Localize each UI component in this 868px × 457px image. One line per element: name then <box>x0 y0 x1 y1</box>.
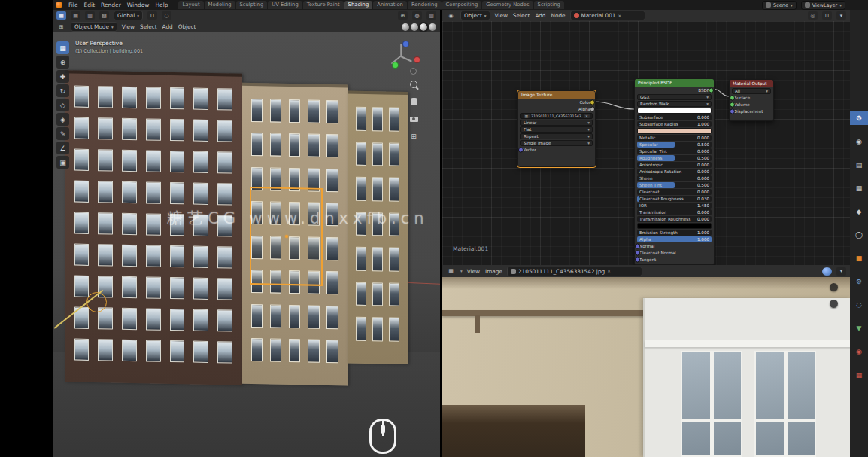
properties-tab-texture[interactable]: ▦ <box>850 368 868 382</box>
image-preview-sphere-icon[interactable] <box>822 267 832 276</box>
pb-row-anisotropic-rotation[interactable]: Anisotropic Rotation0.000 <box>637 169 712 175</box>
dropdown-random-walk[interactable]: Random Walk▾ <box>637 101 712 107</box>
image-overlay-button[interactable] <box>830 283 838 291</box>
tool-option-icon[interactable]: ▥ <box>85 11 95 20</box>
z-axis-dot[interactable] <box>402 41 409 47</box>
workspace-tab-animation[interactable]: Animation <box>373 1 407 9</box>
image-options-icon[interactable]: ▾ <box>836 267 846 276</box>
menu-file[interactable]: File <box>66 2 80 8</box>
workspace-tab-modeling[interactable]: Modeling <box>205 1 235 9</box>
principled-bsdf-node[interactable]: Principled BSDF BSDFGGX▾Random Walk▾Subs… <box>634 78 715 265</box>
workspace-tab-uv-editing[interactable]: UV Editing <box>268 1 302 9</box>
properties-tab-output[interactable]: ▤ <box>850 158 868 172</box>
pb-row-transmission[interactable]: Transmission0.000 <box>637 209 712 215</box>
pb-row-tangent[interactable]: Tangent <box>637 257 712 263</box>
viewport-menu-view[interactable]: View <box>122 23 135 30</box>
material-output-node[interactable]: Material Output All▾SurfaceVolumeDisplac… <box>729 79 774 121</box>
pb-row-sheen-tint[interactable]: Sheen Tint0.500 <box>637 182 712 188</box>
socket-displacement[interactable] <box>730 109 735 114</box>
rotate-tool[interactable]: ↻ <box>56 84 69 97</box>
ortho-toggle-icon[interactable]: ⊞ <box>408 131 419 142</box>
socket-surface[interactable] <box>730 96 735 101</box>
snap-magnet-icon[interactable]: ⊔ <box>147 11 157 20</box>
proportional-editing-icon[interactable]: ◌ <box>162 11 171 20</box>
properties-tab-scene[interactable]: ◆ <box>850 205 868 218</box>
pb-row-ior[interactable]: IOR1.450 <box>637 203 712 209</box>
pan-hand-icon[interactable] <box>408 96 419 107</box>
x-axis-dot[interactable] <box>414 56 420 63</box>
tool-option-icon[interactable]: ▧ <box>99 11 109 20</box>
properties-tab-view-layer[interactable]: ▦ <box>850 181 868 195</box>
pb-row-bsdf[interactable]: BSDF <box>637 87 712 93</box>
pb-row-alpha[interactable]: Alpha1.000 <box>637 236 712 242</box>
socket-vector[interactable] <box>518 148 524 153</box>
properties-tab-material[interactable]: ◉ <box>850 345 868 358</box>
socket-bsdf[interactable] <box>709 88 714 93</box>
socket-color[interactable] <box>590 100 595 105</box>
pb-row-subsurface-color[interactable] <box>637 128 712 134</box>
socket-normal[interactable] <box>635 244 640 249</box>
image-overlay-button[interactable] <box>830 300 838 308</box>
workspace-tab-compositing[interactable]: Compositing <box>442 1 482 9</box>
pb-row-subsurface-radius[interactable]: Subsurface Radius1.000 <box>637 121 712 127</box>
pb-row-sheen[interactable]: Sheen0.000 <box>637 175 712 181</box>
cursor-tool[interactable]: ⊕ <box>56 56 69 69</box>
y-axis-dot[interactable] <box>392 62 399 69</box>
properties-tab-render[interactable]: ◉ <box>850 135 868 148</box>
neg-z-axis-dot[interactable] <box>410 68 417 75</box>
shading-mode-solid[interactable] <box>411 23 418 31</box>
pb-row-surface[interactable]: Surface <box>732 95 771 101</box>
pb-row-specular[interactable]: Specular0.500 <box>637 142 712 148</box>
menu-window[interactable]: Window <box>125 2 152 8</box>
workspace-tab-sculpting[interactable]: Sculpting <box>236 1 268 9</box>
workspace-tab-scripting[interactable]: Scripting <box>534 1 564 9</box>
material-datablock[interactable]: Material.001 ✕ <box>570 11 645 20</box>
socket-clearcoat-normal[interactable] <box>635 251 640 256</box>
viewport-menu-add[interactable]: Add <box>162 23 173 30</box>
pb-row-alpha[interactable]: Alpha <box>520 106 593 112</box>
menu-edit[interactable]: Edit <box>82 2 98 8</box>
pin-icon[interactable]: ◎ <box>808 11 818 20</box>
socket-volume[interactable] <box>730 102 735 108</box>
image-menu-image[interactable]: Image <box>485 268 502 275</box>
image-datablock[interactable]: 2105011111_C4356331542.jpg ✕ <box>507 267 642 276</box>
dropdown-linear[interactable]: Linear▾ <box>520 120 593 126</box>
blender-logo-icon[interactable] <box>56 2 62 8</box>
add-cube-tool[interactable]: ▣ <box>56 156 69 169</box>
shader-node-canvas[interactable]: Image Texture ColorAlpha▦2105011111_C435… <box>442 21 850 265</box>
image-datablock-field[interactable]: ▦2105011111_C4356331542.jpg✕ <box>520 113 593 119</box>
pb-row-roughness[interactable]: Roughness0.500 <box>637 155 712 161</box>
pb-row-color[interactable]: Color <box>520 99 593 105</box>
viewport-menu-object[interactable]: Object <box>178 23 196 30</box>
menu-render[interactable]: Render <box>99 2 123 8</box>
properties-tab-modifiers[interactable]: ⚙ <box>850 275 868 288</box>
transform-tool[interactable]: ◈ <box>56 113 69 126</box>
pb-row-transmission-roughness[interactable]: Transmission Roughness0.000 <box>637 216 712 222</box>
close-icon[interactable]: ✕ <box>607 269 611 273</box>
active-tool-icon[interactable]: ▦ <box>56 11 66 20</box>
pb-row-clearcoat-normal[interactable]: Clearcoat Normal <box>637 250 712 256</box>
properties-tab-tool[interactable]: ⚙ <box>850 111 868 125</box>
image-texture-node[interactable]: Image Texture ColorAlpha▦2105011111_C435… <box>517 90 596 167</box>
pb-row-specular-tint[interactable]: Specular Tint0.000 <box>637 148 712 154</box>
pb-row-emission[interactable] <box>637 223 712 229</box>
shading-mode-rendered[interactable] <box>429 23 436 31</box>
workspace-tab-rendering[interactable]: Rendering <box>408 1 442 9</box>
pb-row-normal[interactable]: Normal <box>637 243 712 249</box>
properties-tab-physics[interactable]: ◌ <box>850 298 868 312</box>
gizmo-toggle-icon[interactable]: ⊕ <box>398 11 408 20</box>
pb-row-clearcoat-roughness[interactable]: Clearcoat Roughness0.030 <box>637 196 712 202</box>
zoom-icon[interactable] <box>408 79 419 90</box>
close-icon[interactable]: ✕ <box>618 14 621 18</box>
pb-row-volume[interactable]: Volume <box>732 102 771 108</box>
pb-row-base-color[interactable] <box>637 108 712 114</box>
pb-row-metallic[interactable]: Metallic0.000 <box>637 135 712 141</box>
pb-row-displacement[interactable]: Displacement <box>732 108 771 114</box>
scene-selector[interactable]: Scene ▾ <box>762 1 797 10</box>
dropdown-flat[interactable]: Flat▾ <box>520 126 593 133</box>
annotate-tool[interactable]: ✎ <box>56 127 69 140</box>
scale-tool[interactable]: ◇ <box>56 99 69 111</box>
workspace-tab-layout[interactable]: Layout <box>178 1 203 9</box>
shading-mode-wireframe[interactable] <box>402 23 409 31</box>
socket-tangent[interactable] <box>635 257 640 263</box>
